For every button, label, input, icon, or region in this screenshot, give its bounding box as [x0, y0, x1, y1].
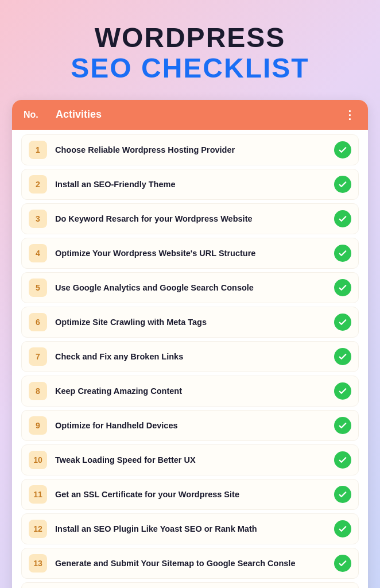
row-text: Keep Creating Amazing Content: [55, 386, 326, 396]
table-row: 13Generate and Submit Your Sitemap to Go…: [21, 548, 359, 579]
page-container: WORDPRESS SEO CHECKLIST No. Activities ⋮…: [12, 17, 368, 588]
table-row: 1Choose Reliable Wordpress Hosting Provi…: [21, 134, 359, 165]
col-dots-icon[interactable]: ⋮: [344, 108, 356, 122]
checklist-card: No. Activities ⋮ 1Choose Reliable Wordpr…: [12, 100, 368, 588]
col-no-label: No.: [24, 110, 46, 120]
check-icon[interactable]: [334, 176, 351, 193]
row-number: 8: [29, 382, 47, 400]
table-header: No. Activities ⋮: [12, 100, 368, 130]
check-icon[interactable]: [334, 486, 351, 503]
header-line2: SEO CHECKLIST: [12, 53, 368, 84]
row-text: Use Google Analytics and Google Search C…: [55, 283, 326, 292]
row-number: 9: [29, 416, 47, 435]
checklist-body: 1Choose Reliable Wordpress Hosting Provi…: [12, 130, 368, 588]
check-icon[interactable]: [334, 245, 351, 262]
check-icon[interactable]: [334, 348, 351, 365]
table-row: 8Keep Creating Amazing Content: [21, 376, 359, 407]
table-row: 14Build High-Quality Backlinks for Your …: [21, 582, 359, 588]
table-row: 6Optimize Site Crawling with Meta Tags: [21, 307, 359, 338]
row-text: Generate and Submit Your Sitemap to Goog…: [55, 559, 326, 568]
check-icon[interactable]: [334, 520, 351, 537]
check-icon[interactable]: [334, 141, 351, 158]
row-number: 1: [29, 141, 47, 159]
table-row: 3Do Keyword Resarch for your Wordpress W…: [21, 203, 359, 234]
check-icon[interactable]: [334, 210, 351, 227]
check-icon[interactable]: [334, 279, 351, 296]
header-line1: WORDPRESS: [12, 23, 368, 53]
row-number: 5: [29, 278, 47, 297]
row-text: Tweak Loading Speed for Better UX: [55, 455, 326, 465]
col-activities-label: Activities: [56, 109, 335, 121]
check-icon[interactable]: [334, 417, 351, 434]
check-icon[interactable]: [334, 451, 351, 469]
row-number: 12: [29, 520, 47, 538]
row-text: Optimize Your Wordpress Website's URL St…: [55, 249, 326, 258]
row-text: Optimize Site Crawling with Meta Tags: [55, 318, 326, 327]
row-number: 10: [29, 451, 47, 469]
row-text: Do Keyword Resarch for your Wordpress We…: [55, 214, 326, 223]
page-header: WORDPRESS SEO CHECKLIST: [12, 17, 368, 84]
table-row: 12Install an SEO Plugin Like Yoast SEO o…: [21, 513, 359, 544]
check-icon[interactable]: [334, 555, 351, 572]
row-text: Choose Reliable Wordpress Hosting Provid…: [55, 145, 326, 154]
row-number: 4: [29, 244, 47, 262]
table-row: 5Use Google Analytics and Google Search …: [21, 272, 359, 303]
table-row: 9Optimize for Handheld Devices: [21, 410, 359, 441]
table-row: 4Optimize Your Wordpress Website's URL S…: [21, 238, 359, 269]
row-text: Check and Fix any Broken Links: [55, 352, 326, 361]
table-row: 2Install an SEO-Friendly Theme: [21, 169, 359, 200]
row-text: Install an SEO Plugin Like Yoast SEO or …: [55, 524, 326, 533]
row-number: 7: [29, 347, 47, 366]
row-number: 11: [29, 485, 47, 504]
row-text: Install an SEO-Friendly Theme: [55, 180, 326, 189]
row-text: Get an SSL Certificate for your Wordpres…: [55, 490, 326, 499]
row-number: 6: [29, 313, 47, 331]
check-icon[interactable]: [334, 314, 351, 331]
row-number: 3: [29, 210, 47, 228]
row-number: 13: [29, 554, 47, 572]
check-icon[interactable]: [334, 382, 351, 400]
row-text: Optimize for Handheld Devices: [55, 421, 326, 430]
row-number: 2: [29, 175, 47, 194]
table-row: 7Check and Fix any Broken Links: [21, 341, 359, 372]
table-row: 10Tweak Loading Speed for Better UX: [21, 444, 359, 475]
table-row: 11Get an SSL Certificate for your Wordpr…: [21, 479, 359, 510]
